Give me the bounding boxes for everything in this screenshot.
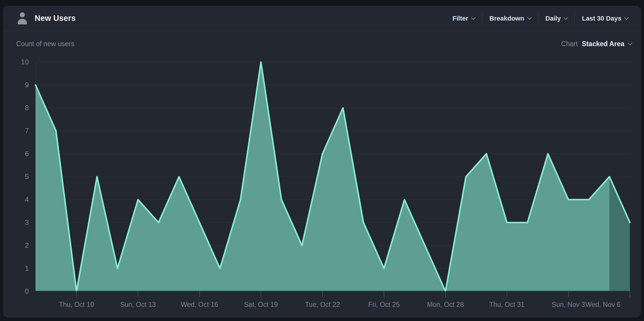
- x-axis-label: Sun, Nov 3: [552, 301, 585, 309]
- y-axis-label: 5: [25, 173, 29, 181]
- chevron-down-icon: [628, 41, 633, 46]
- y-axis-label: 4: [25, 195, 29, 204]
- y-axis: 012345678910: [3, 62, 36, 291]
- filter-dropdown[interactable]: Filter: [445, 15, 482, 22]
- user-icon: [16, 12, 28, 25]
- x-axis-tick: [384, 291, 384, 297]
- granularity-dropdown[interactable]: Daily: [538, 15, 575, 22]
- x-axis-label: Wed, Oct 16: [181, 301, 218, 309]
- chart-area: 012345678910 Thu, Oct 10Sun, Oct 13Wed, …: [3, 62, 641, 291]
- x-axis-tick: [261, 291, 261, 297]
- x-axis-tick: [630, 291, 630, 297]
- x-axis-label: Tue, Oct 22: [305, 301, 340, 309]
- chart-select-caption: Chart: [561, 40, 578, 48]
- x-axis-tick: [138, 291, 138, 297]
- x-axis-tick: [199, 291, 200, 297]
- header-controls: Filter Breakdown Daily Last 30 Days: [445, 6, 635, 31]
- x-axis-tick: [322, 291, 323, 297]
- x-axis-tick: [445, 291, 446, 297]
- x-axis-label: Thu, Oct 31: [489, 301, 525, 309]
- new-users-card: New Users Filter Breakdown Daily Last 30…: [3, 6, 641, 317]
- x-axis-tick: [76, 291, 77, 297]
- date-range-dropdown[interactable]: Last 30 Days: [575, 15, 635, 22]
- chevron-down-icon: [471, 15, 476, 20]
- x-axis-label: Mon, Oct 28: [427, 301, 464, 309]
- chevron-down-icon: [564, 15, 568, 20]
- y-axis-label: 8: [25, 104, 29, 112]
- title-group: New Users: [16, 12, 76, 25]
- x-axis-label: Fri, Oct 25: [368, 301, 399, 309]
- chart-type-select[interactable]: Chart Stacked Area: [561, 40, 632, 48]
- y-axis-label: 10: [21, 58, 29, 66]
- x-axis-label: Thu, Oct 10: [59, 301, 94, 309]
- subheader: Count of new users Chart Stacked Area: [3, 31, 641, 48]
- x-axis-label: Sat, Oct 19: [244, 301, 278, 309]
- chevron-down-icon: [624, 15, 629, 20]
- breakdown-dropdown[interactable]: Breakdown: [482, 15, 538, 22]
- y-axis-label: 1: [25, 264, 29, 272]
- x-axis-label: Sun, Oct 13: [120, 301, 156, 309]
- x-axis: Thu, Oct 10Sun, Oct 13Wed, Oct 16Sat, Oc…: [36, 291, 630, 312]
- y-axis-label: 6: [25, 150, 29, 158]
- chart-type-value: Stacked Area: [582, 40, 624, 48]
- chevron-down-icon: [527, 15, 532, 20]
- page-title: New Users: [35, 14, 76, 23]
- granularity-label: Daily: [545, 15, 561, 22]
- metric-label: Count of new users: [16, 40, 74, 48]
- y-axis-label: 7: [25, 127, 29, 135]
- y-axis-label: 9: [25, 81, 29, 89]
- x-axis-tick: [568, 291, 569, 297]
- y-axis-label: 0: [25, 287, 29, 295]
- y-axis-label: 2: [25, 241, 29, 250]
- date-range-label: Last 30 Days: [582, 15, 621, 22]
- user-icon-torso: [18, 19, 27, 24]
- filter-label: Filter: [452, 15, 468, 22]
- y-axis-label: 3: [25, 218, 29, 227]
- x-axis-tick: [507, 291, 507, 297]
- user-icon-head: [20, 12, 25, 17]
- card-header: New Users Filter Breakdown Daily Last 30…: [3, 6, 641, 31]
- breakdown-label: Breakdown: [489, 15, 524, 22]
- area-chart-svg: [36, 62, 630, 291]
- area-chart[interactable]: Thu, Oct 10Sun, Oct 13Wed, Oct 16Sat, Oc…: [36, 62, 630, 291]
- x-axis-label: Wed, Nov 6: [585, 301, 621, 309]
